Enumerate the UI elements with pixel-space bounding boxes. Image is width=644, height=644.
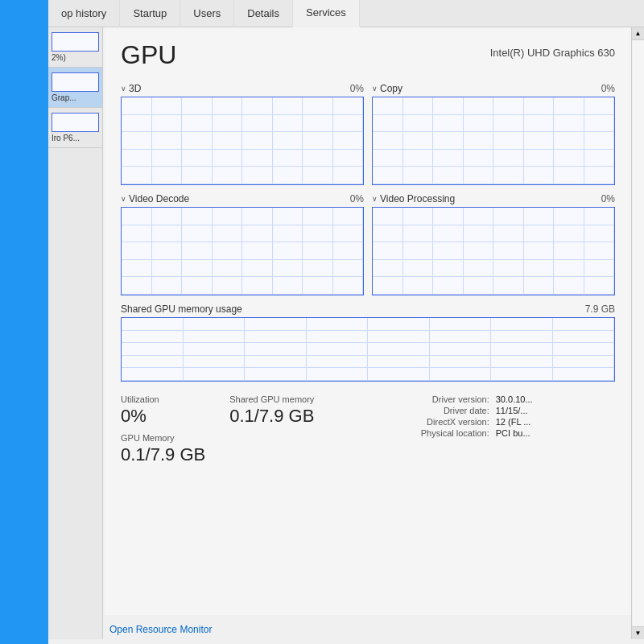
stats-section: Utilization 0% GPU Memory 0.1/7.9 GB Sha… [121,394,615,465]
shared-memory-value: 7.9 GB [585,303,615,315]
physical-location-label: Physical location: [338,428,489,438]
sidebar-mini-graph-cpu [52,32,99,52]
bottom-bar: Open Resource Monitor [109,621,212,636]
gpu-memory-label: GPU Memory [121,433,205,443]
driver-date-value: 11/15/... [496,406,615,415]
chart-video-decode-box [121,207,364,295]
charts-grid-top: ∨ 3D 0% [121,83,615,185]
directx-value: 12 (FL ... [496,417,615,427]
scrollbar-track [633,40,644,626]
chevron-video-processing-icon: ∨ [372,195,378,203]
tab-bar: op history Startup Users Details Service… [48,0,644,27]
tab-details[interactable]: Details [234,0,293,27]
gpu-model: Intel(R) UHD Graphics 630 [490,47,615,59]
tab-services[interactable]: Services [293,0,360,27]
chart-copy: ∨ Copy 0% [372,83,615,185]
chart-video-decode: ∨ Video Decode 0% [121,193,364,295]
chart-video-processing: ∨ Video Processing 0% [372,193,615,295]
utilization-value: 0% [121,406,205,427]
physical-location-value: PCI bu... [496,428,615,438]
open-resource-monitor-link[interactable]: Open Resource Monitor [109,624,212,635]
chart-3d: ∨ 3D 0% [121,83,364,185]
sidebar-item-gpu2[interactable]: Iro P6... [48,108,102,148]
chart-3d-grid [122,97,363,184]
sidebar-item-gpu[interactable]: Grap... [48,68,102,108]
shared-memory-label: Shared GPU memory usage [121,303,242,315]
shared-gpu-memory-value: 0.1/7.9 GB [229,406,314,427]
chart-video-decode-label-row: ∨ Video Decode 0% [121,193,364,204]
driver-version-label: Driver version: [338,394,489,404]
chart-video-processing-box [372,207,615,295]
chart-copy-pct: 0% [601,83,615,94]
chart-video-decode-pct: 0% [350,193,364,204]
chart-3d-label: ∨ 3D [121,83,141,94]
chart-video-processing-label: ∨ Video Processing [372,193,455,204]
sidebar: 2%) Grap... Iro P6... [48,27,103,639]
main-content: GPU Intel(R) UHD Graphics 630 ∨ 3D 0% [105,27,631,615]
tab-app-history[interactable]: op history [48,0,120,27]
tab-users[interactable]: Users [180,0,234,27]
utilization-label: Utilization [121,394,205,404]
driver-info: Driver version: 30.0.10... Driver date: … [338,394,615,465]
sidebar-item-cpu[interactable]: 2%) [48,27,102,68]
sidebar-mini-graph-gpu2 [52,113,99,132]
chevron-video-decode-icon: ∨ [121,195,126,203]
gpu-memory-value: 0.1/7.9 GB [121,444,205,465]
scrollbar-down-button[interactable]: ▼ [632,626,645,639]
tab-startup[interactable]: Startup [120,0,180,27]
chart-video-processing-label-row: ∨ Video Processing 0% [372,193,615,204]
chart-copy-label: ∨ Copy [372,83,402,94]
gpu-title: GPU [121,40,176,70]
chevron-copy-icon: ∨ [372,85,378,93]
chart-video-decode-grid [122,208,363,295]
chart-video-processing-pct: 0% [601,193,615,204]
shared-memory-grid [122,318,614,381]
gpu-header: GPU Intel(R) UHD Graphics 630 [121,40,615,70]
chevron-3d-icon: ∨ [121,85,126,93]
chart-copy-grid [373,97,614,184]
chart-video-decode-label: ∨ Video Decode [121,193,189,204]
chart-3d-label-row: ∨ 3D 0% [121,83,364,94]
driver-version-value: 30.0.10... [496,394,615,404]
directx-label: DirectX version: [338,417,489,427]
shared-memory-chart [121,317,615,382]
sidebar-mini-graph-gpu [52,72,99,92]
scrollbar-right: ▲ ▼ [631,27,644,639]
chart-3d-pct: 0% [350,83,364,94]
shared-memory-label-row: Shared GPU memory usage 7.9 GB [121,303,615,315]
scrollbar-up-button[interactable]: ▲ [632,27,645,40]
charts-grid-bottom: ∨ Video Decode 0% [121,193,615,295]
task-manager-window: op history Startup Users Details Service… [48,0,644,644]
stat-group-shared: Shared GPU memory 0.1/7.9 GB [229,394,314,465]
shared-memory-section: Shared GPU memory usage 7.9 GB [121,303,615,382]
chart-video-processing-grid [373,208,614,295]
driver-date-label: Driver date: [338,406,489,415]
chart-copy-box [372,97,615,185]
shared-gpu-memory-label: Shared GPU memory [229,394,314,404]
stat-group-utilization: Utilization 0% GPU Memory 0.1/7.9 GB [121,394,205,465]
chart-3d-box [121,97,364,185]
chart-copy-label-row: ∨ Copy 0% [372,83,615,94]
